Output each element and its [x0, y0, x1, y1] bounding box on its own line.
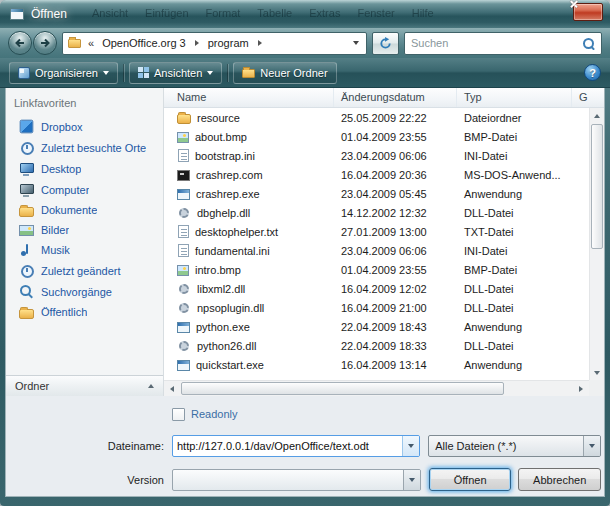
file-name: desktophelper.txt — [195, 226, 278, 238]
dll-file-icon — [179, 284, 189, 294]
new-folder-icon — [242, 69, 255, 78]
sidebar-item-label: Suchvorgänge — [41, 286, 112, 298]
dialog-icon — [10, 8, 24, 20]
vertical-scroll-thumb[interactable] — [591, 124, 603, 249]
filetype-dropdown-button[interactable] — [583, 436, 600, 456]
breadcrumb-item-openoffice[interactable]: OpenOffice.org 3 — [99, 35, 189, 51]
file-date: 23.04.2009 06:06 — [334, 245, 457, 257]
sidebar-item-computer[interactable]: Computer — [6, 179, 163, 200]
search-icon — [582, 37, 595, 50]
file-row[interactable]: crashrep.com16.04.2009 20:36MS-DOS-Anwen… — [164, 165, 589, 184]
sidebar-item-dropbox[interactable]: Dropbox — [6, 116, 163, 137]
window-title: Öffnen — [31, 7, 67, 21]
new-folder-label: Neuer Ordner — [260, 67, 327, 79]
breadcrumb-item-program[interactable]: program — [205, 35, 252, 51]
folders-bar[interactable]: Ordner — [6, 375, 163, 396]
background-menu-item: Fenster — [357, 7, 394, 19]
filetype-value: Alle Dateien (*.*) — [435, 440, 516, 452]
sidebar-item-pictures[interactable]: Bilder — [6, 220, 163, 239]
folder-icon — [19, 309, 34, 319]
breadcrumb: « OpenOffice.org 3 program — [62, 32, 367, 55]
file-type: DLL-Datei — [457, 302, 572, 314]
background-menu-item: Hilfe — [412, 7, 434, 19]
bmp-file-icon — [177, 132, 189, 143]
sidebar-item-label: Computer — [41, 184, 89, 196]
breadcrumb-overflow[interactable]: « — [86, 37, 96, 49]
filetype-dropdown[interactable]: Alle Dateien (*.*) — [428, 435, 601, 457]
file-name: intro.bmp — [195, 264, 241, 276]
horizontal-scroll-thumb[interactable] — [181, 382, 504, 395]
sidebar-item-documents[interactable]: Dokumente — [6, 200, 163, 220]
forward-button[interactable] — [33, 31, 57, 55]
chevron-right-icon[interactable] — [192, 38, 202, 48]
sidebar-item-label: Dropbox — [41, 121, 83, 133]
file-name-cell: npsoplugin.dll — [164, 301, 334, 315]
version-dropdown-button[interactable] — [403, 470, 420, 490]
column-header-size[interactable]: G — [572, 88, 604, 107]
file-row[interactable]: about.bmp01.04.2009 23:55BMP-Datei — [164, 127, 589, 146]
column-header-date[interactable]: Änderungsdatum — [334, 88, 457, 107]
address-dropdown-button[interactable] — [349, 39, 363, 47]
scroll-left-button[interactable] — [164, 381, 180, 396]
file-row[interactable]: bootstrap.ini23.04.2009 06:06INI-Datei — [164, 146, 589, 165]
search-box — [404, 32, 602, 55]
file-row[interactable]: python26.dll22.04.2009 18:33DLL-Datei — [164, 336, 589, 355]
file-list-rows: resource25.05.2009 22:22Dateiordnerabout… — [164, 108, 589, 380]
file-row[interactable]: fundamental.ini23.04.2009 06:06INI-Datei — [164, 241, 589, 260]
chevron-right-icon[interactable] — [255, 38, 265, 48]
refresh-button[interactable] — [372, 32, 399, 55]
file-row[interactable]: desktophelper.txt27.01.2009 13:00TXT-Dat… — [164, 222, 589, 241]
file-row[interactable]: python.exe22.04.2009 18:43Anwendung — [164, 317, 589, 336]
version-dropdown[interactable] — [172, 469, 421, 491]
title-bar: Öffnen AnsichtEinfügenFormatTabelleExtra… — [0, 0, 610, 28]
file-type: DLL-Datei — [457, 283, 572, 295]
organize-button[interactable]: Organisieren — [9, 62, 118, 84]
column-header-type[interactable]: Typ — [457, 88, 572, 107]
close-button[interactable] — [573, 3, 603, 21]
views-button[interactable]: Ansichten — [129, 62, 222, 84]
computer-icon — [19, 182, 34, 197]
background-menu-item: Format — [206, 7, 241, 19]
file-row[interactable]: resource25.05.2009 22:22Dateiordner — [164, 108, 589, 127]
scroll-up-button[interactable] — [590, 108, 604, 123]
filename-dropdown-button[interactable] — [402, 436, 419, 456]
open-button[interactable]: Öffnen — [429, 468, 512, 491]
file-row[interactable]: intro.bmp01.04.2009 23:55BMP-Datei — [164, 260, 589, 279]
cancel-button[interactable]: Abbrechen — [518, 468, 601, 491]
file-type: DLL-Datei — [457, 340, 572, 352]
sidebar-item-public[interactable]: Öffentlich — [6, 302, 163, 322]
refresh-icon — [379, 37, 392, 50]
file-row[interactable]: npsoplugin.dll16.04.2009 21:00DLL-Datei — [164, 298, 589, 317]
file-date: 22.04.2009 18:33 — [334, 340, 457, 352]
readonly-checkbox[interactable] — [172, 408, 185, 421]
clock-icon — [19, 263, 34, 278]
help-button[interactable]: ? — [584, 64, 601, 81]
column-header-name[interactable]: Name — [164, 88, 334, 107]
ini-file-icon — [178, 149, 189, 162]
help-icon: ? — [589, 67, 596, 79]
filename-input[interactable] — [173, 440, 402, 452]
file-row[interactable]: crashrep.exe23.04.2009 05:45Anwendung — [164, 184, 589, 203]
sidebar-item-desktop[interactable]: Desktop — [6, 158, 163, 179]
new-folder-button[interactable]: Neuer Ordner — [233, 62, 336, 84]
sidebar-item-recent-places[interactable]: Zuletzt besuchte Orte — [6, 137, 163, 158]
navigation-bar: « OpenOffice.org 3 program — [0, 28, 610, 58]
main-area: Linkfavoriten DropboxZuletzt besuchte Or… — [6, 88, 604, 396]
scroll-right-button[interactable] — [573, 381, 589, 396]
sidebar-item-recently-changed[interactable]: Zuletzt geändert — [6, 260, 163, 281]
organize-label: Organisieren — [35, 67, 98, 79]
sidebar-item-music[interactable]: Musik — [6, 239, 163, 260]
scroll-down-button[interactable] — [590, 365, 604, 380]
file-row[interactable]: quickstart.exe16.04.2009 13:14Anwendung — [164, 355, 589, 374]
file-row[interactable]: libxml2.dll16.04.2009 12:02DLL-Datei — [164, 279, 589, 298]
organize-icon — [18, 67, 30, 79]
background-menu-item: Extras — [309, 7, 340, 19]
txt-file-icon — [178, 225, 189, 238]
file-row[interactable]: dbghelp.dll14.12.2002 12:32DLL-Datei — [164, 203, 589, 222]
sidebar-item-searches[interactable]: Suchvorgänge — [6, 281, 163, 302]
horizontal-scrollbar[interactable] — [164, 380, 589, 396]
file-type: INI-Datei — [457, 245, 572, 257]
back-button[interactable] — [8, 31, 32, 55]
vertical-scrollbar[interactable] — [589, 108, 604, 380]
search-input[interactable] — [411, 37, 582, 49]
